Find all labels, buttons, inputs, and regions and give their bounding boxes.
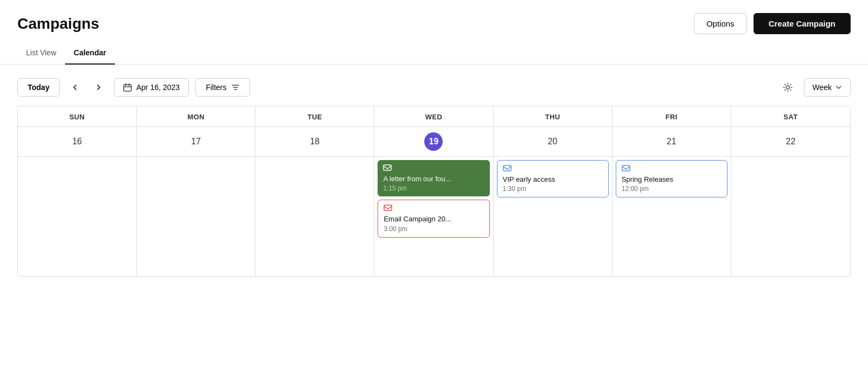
calendar-date-row: 16 17 18 19 20 21 22 xyxy=(18,127,850,157)
date-cell-21[interactable]: 21 xyxy=(612,127,731,156)
page-title: Campaigns xyxy=(17,15,99,33)
tab-calendar[interactable]: Calendar xyxy=(65,43,115,65)
day-header-sat: SAT xyxy=(731,106,850,126)
prev-arrow-button[interactable] xyxy=(66,79,84,96)
event-title-vip: VIP early access xyxy=(503,175,603,184)
date-cell-16[interactable]: 16 xyxy=(18,127,137,156)
events-cell-wed: A letter from our fou... 1:15 pm Email C… xyxy=(374,157,493,276)
events-cell-sat xyxy=(731,157,850,276)
calendar-container: SUN MON TUE WED THU FRI SAT 16 17 18 19 … xyxy=(0,106,868,277)
svg-rect-4 xyxy=(503,165,511,171)
filters-button[interactable]: Filters xyxy=(195,78,250,97)
events-cell-tue xyxy=(256,157,374,276)
filter-icon xyxy=(231,83,240,92)
event-time-letter: 1:15 pm xyxy=(383,184,484,192)
options-button[interactable]: Options xyxy=(694,13,747,34)
day-header-tue: TUE xyxy=(256,106,374,126)
svg-rect-0 xyxy=(124,85,131,91)
date-label: Apr 16, 2023 xyxy=(136,83,180,92)
event-title-spring: Spring Releases xyxy=(622,175,722,184)
date-number-20: 20 xyxy=(544,132,562,151)
event-time-vip: 1:30 pm xyxy=(503,185,603,193)
mail-icon-blue-vip xyxy=(503,165,603,173)
next-arrow-button[interactable] xyxy=(90,79,107,96)
settings-button[interactable] xyxy=(778,78,797,97)
calendar-toolbar: Today Apr 16, 2023 Filters Week xyxy=(0,65,868,106)
svg-rect-3 xyxy=(384,205,392,210)
event-time-spring: 12:00 pm xyxy=(622,185,722,193)
create-campaign-button[interactable]: Create Campaign xyxy=(754,13,851,34)
event-title-campaign: Email Campaign 20... xyxy=(384,215,483,224)
svg-point-1 xyxy=(786,86,789,89)
mail-icon-blue-spring xyxy=(622,165,722,173)
event-card-vip[interactable]: VIP early access 1:30 pm xyxy=(497,160,609,198)
events-cell-thu: VIP early access 1:30 pm xyxy=(494,157,612,276)
header-actions: Options Create Campaign xyxy=(694,13,851,34)
events-cell-fri: Spring Releases 12:00 pm xyxy=(612,157,731,276)
page-header: Campaigns Options Create Campaign xyxy=(0,0,868,43)
calendar-grid: SUN MON TUE WED THU FRI SAT 16 17 18 19 … xyxy=(17,106,851,277)
calendar-header-row: SUN MON TUE WED THU FRI SAT xyxy=(18,106,850,127)
today-button[interactable]: Today xyxy=(17,78,60,97)
mail-icon xyxy=(383,164,484,173)
event-card-spring[interactable]: Spring Releases 12:00 pm xyxy=(616,160,727,198)
date-number-18: 18 xyxy=(305,132,324,151)
date-cell-20[interactable]: 20 xyxy=(494,127,612,156)
chevron-left-icon xyxy=(71,83,79,92)
tab-list-view[interactable]: List View xyxy=(17,43,65,65)
date-number-22: 22 xyxy=(781,132,800,151)
events-cell-sun xyxy=(18,157,137,276)
date-number-16: 16 xyxy=(68,132,86,151)
date-number-19: 19 xyxy=(424,132,443,151)
date-cell-17[interactable]: 17 xyxy=(137,127,256,156)
date-cell-18[interactable]: 18 xyxy=(256,127,374,156)
day-header-fri: FRI xyxy=(612,106,731,126)
day-header-sun: SUN xyxy=(18,106,137,126)
event-title-letter: A letter from our fou... xyxy=(383,175,484,184)
date-cell-22[interactable]: 22 xyxy=(731,127,850,156)
mail-icon-red xyxy=(384,205,483,213)
date-number-21: 21 xyxy=(662,132,681,151)
event-card-email-campaign[interactable]: Email Campaign 20... 3:00 pm xyxy=(378,200,489,238)
chevron-right-icon xyxy=(94,83,103,92)
gear-icon xyxy=(782,82,793,93)
calendar-icon xyxy=(123,83,132,92)
calendar-events-row: A letter from our fou... 1:15 pm Email C… xyxy=(18,157,850,276)
svg-rect-2 xyxy=(384,165,391,170)
date-number-17: 17 xyxy=(187,132,205,151)
week-label: Week xyxy=(812,83,832,92)
date-picker-button[interactable]: Apr 16, 2023 xyxy=(114,78,189,97)
tab-bar: List View Calendar xyxy=(0,43,868,65)
svg-rect-5 xyxy=(622,165,630,171)
filters-label: Filters xyxy=(206,83,226,92)
date-cell-19[interactable]: 19 xyxy=(374,127,493,156)
day-header-wed: WED xyxy=(374,106,493,126)
event-card-letter[interactable]: A letter from our fou... 1:15 pm xyxy=(378,160,489,197)
chevron-down-icon xyxy=(835,84,843,91)
day-header-mon: MON xyxy=(137,106,256,126)
day-header-thu: THU xyxy=(494,106,612,126)
events-cell-mon xyxy=(137,157,256,276)
event-time-campaign: 3:00 pm xyxy=(384,225,483,233)
week-select-button[interactable]: Week xyxy=(804,78,851,97)
